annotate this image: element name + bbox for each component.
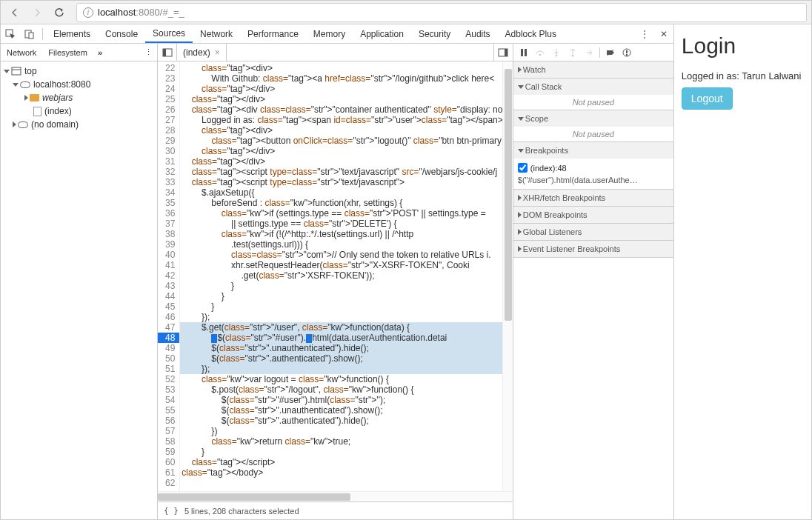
svg-rect-6 xyxy=(163,49,166,56)
svg-rect-16 xyxy=(626,50,628,53)
step-button[interactable] xyxy=(582,45,596,60)
devtools-menu-icon[interactable]: ⋮ xyxy=(635,24,654,44)
toggle-debugger-icon[interactable] xyxy=(493,44,513,61)
svg-point-12 xyxy=(555,54,557,56)
scope-status: Not paused xyxy=(513,127,673,141)
breakpoint-preview: $("#user").html(data.userAuthe… xyxy=(518,176,638,184)
page-title: Login xyxy=(682,33,736,59)
tab-elements[interactable]: Elements xyxy=(46,24,98,43)
step-into-button[interactable] xyxy=(549,45,564,60)
tree-webjars[interactable]: webjars xyxy=(1,91,157,104)
folder-icon xyxy=(30,94,39,101)
pause-on-exceptions-button[interactable] xyxy=(619,45,634,60)
editor-tab-label: (index) xyxy=(183,47,210,58)
navigator-tab-network[interactable]: Network xyxy=(1,44,42,61)
tree-nodomain[interactable]: (no domain) xyxy=(1,118,157,131)
page-content: Login Logged in as: Tarun Lalwani Logout xyxy=(674,24,811,519)
url-host: localhost xyxy=(98,7,136,18)
browser-toolbar: i localhost:8080/#_=_ xyxy=(1,1,811,24)
step-out-button[interactable] xyxy=(565,45,580,60)
navigator-more[interactable]: » xyxy=(93,48,107,57)
svg-rect-9 xyxy=(521,49,523,56)
svg-rect-3 xyxy=(12,67,21,75)
reload-button[interactable] xyxy=(50,3,69,22)
tree-index[interactable]: (index) xyxy=(1,104,157,118)
watch-section[interactable]: Watch xyxy=(513,61,673,79)
tab-network[interactable]: Network xyxy=(193,24,240,43)
svg-point-13 xyxy=(571,54,573,56)
line-gutter[interactable]: 2223242526272829303132333435363738394041… xyxy=(158,61,180,491)
step-over-button[interactable] xyxy=(533,45,548,60)
address-bar[interactable]: i localhost:8080/#_=_ xyxy=(76,3,807,22)
dom-breakpoints-section[interactable]: DOM Breakpoints xyxy=(513,207,673,224)
editor-tab-index[interactable]: (index) × xyxy=(177,44,227,61)
callstack-status: Not paused xyxy=(513,95,673,110)
scrollbar-vertical[interactable] xyxy=(502,61,513,491)
callstack-section[interactable]: Call Stack Not paused xyxy=(513,79,673,110)
debugger-panel: Watch Call Stack Not paused Scope Not pa… xyxy=(513,44,673,519)
deactivate-breakpoints-button[interactable] xyxy=(603,45,618,60)
tab-console[interactable]: Console xyxy=(98,24,145,43)
selection-status: 5 lines, 208 characters selected xyxy=(184,507,299,516)
code-area[interactable]: class="tag"><div> With Github: class="ta… xyxy=(180,61,512,491)
tab-performance[interactable]: Performance xyxy=(240,24,306,43)
navigator-panel: Network Filesystem » ⋮ top localhost:808… xyxy=(1,44,158,519)
close-tab-icon[interactable]: × xyxy=(215,47,220,58)
forward-button[interactable] xyxy=(27,3,47,22)
svg-point-11 xyxy=(539,53,541,56)
scrollbar-horizontal[interactable] xyxy=(158,491,513,501)
navigator-tab-filesystem[interactable]: Filesystem xyxy=(42,44,93,61)
tab-security[interactable]: Security xyxy=(411,24,458,43)
breakpoints-section[interactable]: Breakpoints (index):48 $("#user").html(d… xyxy=(513,142,673,190)
pause-button[interactable] xyxy=(516,45,531,60)
tab-memory[interactable]: Memory xyxy=(306,24,353,43)
cloud-icon xyxy=(18,121,28,128)
url-path: /#_=_ xyxy=(160,7,184,18)
global-listeners-section[interactable]: Global Listeners xyxy=(513,224,673,241)
navigator-tabs: Network Filesystem » ⋮ xyxy=(1,44,157,61)
debugger-toolbar xyxy=(513,44,673,61)
breakpoint-checkbox[interactable] xyxy=(518,163,528,173)
navigator-menu-icon[interactable]: ⋮ xyxy=(140,47,157,57)
editor-status-bar: { } 5 lines, 208 characters selected xyxy=(158,501,513,519)
tab-adblock[interactable]: Adblock Plus xyxy=(498,24,564,43)
xhr-breakpoints-section[interactable]: XHR/fetch Breakpoints xyxy=(513,190,673,207)
svg-rect-10 xyxy=(525,49,527,56)
svg-rect-8 xyxy=(505,49,508,56)
tree-top[interactable]: top xyxy=(1,64,157,78)
devtools-close-icon[interactable]: ✕ xyxy=(654,24,673,44)
toggle-navigator-icon[interactable] xyxy=(158,44,177,61)
back-button[interactable] xyxy=(5,3,24,22)
svg-rect-17 xyxy=(626,54,628,56)
file-icon xyxy=(33,107,41,116)
separator xyxy=(42,28,43,40)
svg-rect-2 xyxy=(29,33,33,39)
devtools-tabs: Elements Console Sources Network Perform… xyxy=(1,24,673,44)
logged-in-text: Logged in as: Tarun Lalwani xyxy=(682,70,802,81)
editor-panel: (index) × 222324252627282930313233343536… xyxy=(158,44,513,519)
site-info-icon[interactable]: i xyxy=(83,7,93,18)
pretty-print-icon[interactable]: { } xyxy=(164,506,179,516)
scope-section[interactable]: Scope Not paused xyxy=(513,110,673,142)
event-listener-breakpoints-section[interactable]: Event Listener Breakpoints xyxy=(513,241,673,258)
breakpoint-location: (index):48 xyxy=(530,164,567,173)
logout-button[interactable]: Logout xyxy=(682,87,733,110)
cloud-icon xyxy=(20,81,30,88)
window-icon xyxy=(11,67,21,76)
tree-host[interactable]: localhost:8080 xyxy=(1,78,157,91)
editor-tabs: (index) × xyxy=(158,44,513,61)
tab-application[interactable]: Application xyxy=(353,24,411,43)
inspect-icon[interactable] xyxy=(1,24,20,44)
breakpoint-item[interactable]: (index):48 xyxy=(518,161,669,174)
file-tree: top localhost:8080 webjars (index) (no d… xyxy=(1,61,157,519)
code-editor[interactable]: 2223242526272829303132333435363738394041… xyxy=(158,61,513,491)
device-toggle-icon[interactable] xyxy=(20,24,39,44)
tab-sources[interactable]: Sources xyxy=(145,24,193,43)
url-port: :8080 xyxy=(136,7,160,18)
tab-audits[interactable]: Audits xyxy=(458,24,497,43)
